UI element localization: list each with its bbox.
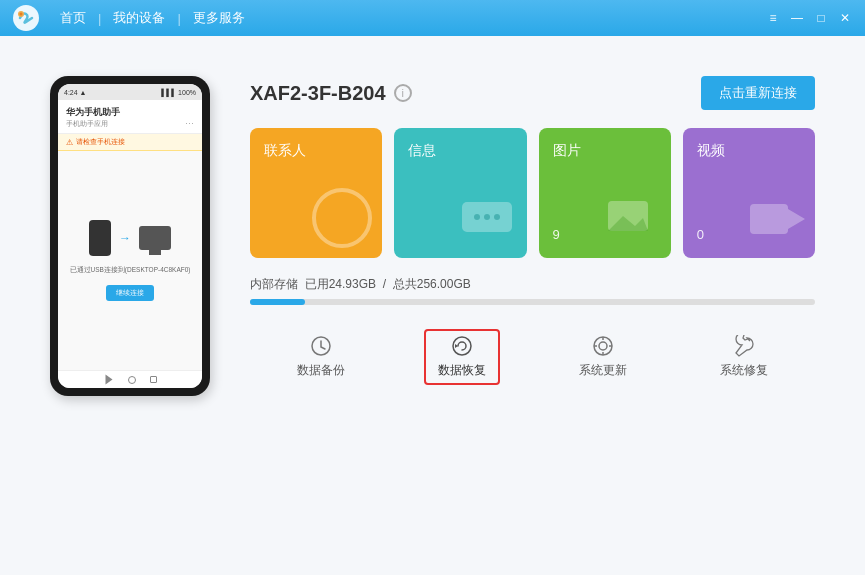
minimize-btn[interactable]: — bbox=[789, 10, 805, 26]
tile-videos-count: 0 bbox=[697, 227, 801, 242]
nav-recent-icon bbox=[150, 376, 157, 383]
phone-open-button[interactable]: 继续连接 bbox=[106, 285, 154, 301]
storage-title: 内部存储 bbox=[250, 277, 298, 291]
tile-messages-label: 信息 bbox=[408, 142, 512, 160]
update-label: 系统更新 bbox=[579, 362, 627, 379]
phone-alert-text: 请检查手机连接 bbox=[76, 137, 125, 147]
phone-status-bar: 4:24 ▲ ▌▌▌ 100% bbox=[58, 84, 202, 100]
usb-connection-text: 已通过USB连接到(DESKTOP-4C8KAF0) bbox=[70, 266, 191, 275]
tile-photos[interactable]: 图片 9 bbox=[539, 128, 671, 258]
repair-label: 系统修复 bbox=[720, 362, 768, 379]
titlebar: 首页 | 我的设备 | 更多服务 ≡ — □ ✕ bbox=[0, 0, 865, 36]
window-controls: ≡ — □ ✕ bbox=[765, 10, 853, 26]
storage-sep: / bbox=[383, 277, 386, 291]
tile-messages[interactable]: 信息 bbox=[394, 128, 526, 258]
svg-point-16 bbox=[599, 342, 607, 350]
contacts-deco bbox=[312, 188, 372, 248]
phone-status-right: ▌▌▌ 100% bbox=[161, 89, 196, 96]
storage-section: 内部存储 已用24.93GB / 总共256.00GB bbox=[250, 276, 815, 305]
storage-total: 总共256.00GB bbox=[393, 277, 471, 291]
svg-point-8 bbox=[613, 206, 623, 216]
phone-app-title: 华为手机助手 bbox=[66, 106, 194, 119]
phone-app-subtitle: 手机助手应用 bbox=[66, 119, 108, 129]
maximize-btn[interactable]: □ bbox=[813, 10, 829, 26]
storage-label: 内部存储 已用24.93GB / 总共256.00GB bbox=[250, 276, 815, 293]
tile-videos[interactable]: 视频 0 bbox=[683, 128, 815, 258]
restore-label: 数据恢复 bbox=[438, 362, 486, 379]
update-icon bbox=[592, 335, 614, 357]
transfer-arrow: → bbox=[119, 231, 131, 245]
app-logo bbox=[12, 4, 40, 32]
phone-status-left: 4:24 ▲ bbox=[64, 89, 87, 96]
phone-menu-dots: ⋯ bbox=[185, 119, 194, 129]
phone-small-icon bbox=[89, 220, 111, 256]
messages-deco bbox=[462, 202, 517, 246]
backup-icon bbox=[310, 335, 332, 357]
right-panel: XAF2-3F-B204 i 点击重新连接 联系人 信息 bbox=[250, 76, 815, 385]
action-update[interactable]: 系统更新 bbox=[565, 329, 641, 385]
device-transfer-graphic: → bbox=[89, 220, 171, 256]
storage-bar-bg bbox=[250, 299, 815, 305]
phone-mockup: 4:24 ▲ ▌▌▌ 100% 华为手机助手 手机助手应用 ⋯ ⚠ 请检查手机连… bbox=[50, 76, 210, 396]
tile-contacts-label: 联系人 bbox=[264, 142, 368, 160]
action-restore[interactable]: 数据恢复 bbox=[424, 329, 500, 385]
svg-point-2 bbox=[20, 13, 23, 16]
action-backup[interactable]: 数据备份 bbox=[283, 329, 359, 385]
bottom-actions: 数据备份 数据恢复 bbox=[250, 323, 815, 385]
restore-icon bbox=[451, 335, 473, 357]
nav-services[interactable]: 更多服务 bbox=[181, 9, 257, 27]
phone-screen: 4:24 ▲ ▌▌▌ 100% 华为手机助手 手机助手应用 ⋯ ⚠ 请检查手机连… bbox=[58, 84, 202, 388]
nav-home[interactable]: 首页 bbox=[48, 9, 98, 27]
close-btn[interactable]: ✕ bbox=[837, 10, 853, 26]
phone-nav-bar bbox=[58, 370, 202, 388]
device-name: XAF2-3F-B204 bbox=[250, 82, 386, 105]
device-header: XAF2-3F-B204 i 点击重新连接 bbox=[250, 76, 815, 110]
alert-icon: ⚠ bbox=[66, 138, 73, 147]
device-name-row: XAF2-3F-B204 i bbox=[250, 82, 412, 105]
svg-point-5 bbox=[484, 214, 490, 220]
tile-photos-count: 9 bbox=[553, 227, 657, 242]
tile-contacts[interactable]: 联系人 bbox=[250, 128, 382, 258]
phone-app-header: 华为手机助手 手机助手应用 ⋯ bbox=[58, 100, 202, 134]
titlebar-nav: 首页 | 我的设备 | 更多服务 bbox=[48, 9, 757, 27]
nav-home-icon bbox=[128, 376, 136, 384]
storage-bar-fill bbox=[250, 299, 305, 305]
tile-photos-label: 图片 bbox=[553, 142, 657, 160]
action-repair[interactable]: 系统修复 bbox=[706, 329, 782, 385]
phone-alert-bar: ⚠ 请检查手机连接 bbox=[58, 134, 202, 151]
svg-marker-11 bbox=[788, 209, 805, 229]
monitor-icon bbox=[139, 226, 171, 250]
category-tiles: 联系人 信息 图片 9 bbox=[250, 128, 815, 258]
nav-devices[interactable]: 我的设备 bbox=[101, 9, 177, 27]
main-content: 4:24 ▲ ▌▌▌ 100% 华为手机助手 手机助手应用 ⋯ ⚠ 请检查手机连… bbox=[0, 36, 865, 575]
svg-point-6 bbox=[494, 214, 500, 220]
backup-label: 数据备份 bbox=[297, 362, 345, 379]
menu-btn[interactable]: ≡ bbox=[765, 10, 781, 26]
repair-icon bbox=[733, 335, 755, 357]
tile-videos-label: 视频 bbox=[697, 142, 801, 160]
phone-content-area: → 已通过USB连接到(DESKTOP-4C8KAF0) 继续连接 bbox=[58, 151, 202, 370]
device-info-icon[interactable]: i bbox=[394, 84, 412, 102]
reconnect-button[interactable]: 点击重新连接 bbox=[701, 76, 815, 110]
storage-used: 已用24.93GB bbox=[305, 277, 376, 291]
svg-point-4 bbox=[474, 214, 480, 220]
nav-back-icon bbox=[105, 375, 112, 385]
